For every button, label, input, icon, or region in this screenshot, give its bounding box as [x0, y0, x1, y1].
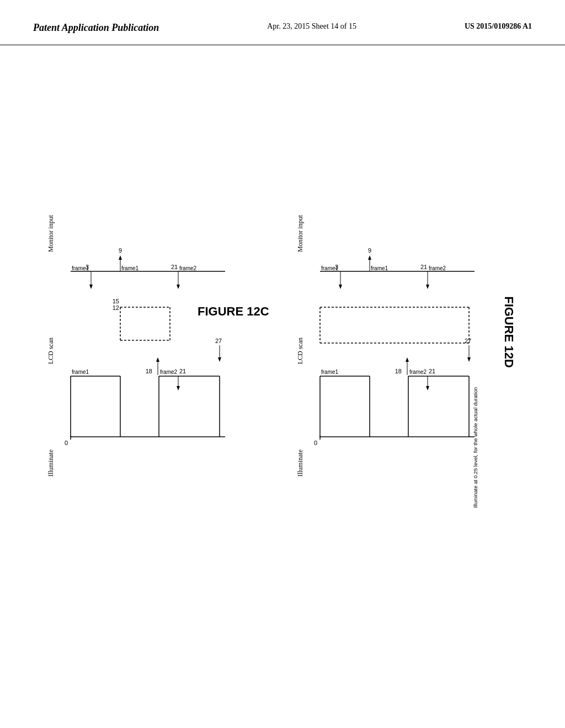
svg-marker-30	[177, 285, 180, 289]
publication-type: Patent Application Publication	[33, 22, 159, 34]
figure-12c-svg: 0 18 frame1 21 frame2 27	[60, 78, 247, 531]
svg-marker-59	[467, 357, 471, 362]
svg-text:21: 21	[420, 264, 427, 270]
svg-text:frame1: frame1	[371, 265, 388, 271]
svg-text:0: 0	[64, 440, 67, 446]
svg-marker-62	[339, 285, 342, 289]
figure-12d-labels: Monitor input LCD scan Illuminate	[296, 172, 305, 531]
svg-text:FIGURE 12C: FIGURE 12C	[198, 304, 269, 318]
figure-12d-container: Monitor input LCD scan Illuminate 0	[296, 78, 519, 531]
label-lcd-scan-12d: LCD scan	[296, 338, 305, 364]
svg-text:frame2: frame2	[179, 265, 197, 271]
svg-text:12: 12	[112, 304, 119, 311]
svg-text:21: 21	[170, 264, 177, 270]
svg-marker-22	[89, 285, 93, 289]
label-monitor-input-12d: Monitor input	[296, 215, 305, 252]
label-illuminate-12c: Illuminate	[47, 449, 55, 477]
svg-marker-55	[426, 386, 429, 390]
figure-12d-svg: 0 18 frame1 21 frame2 27	[309, 78, 519, 531]
svg-text:21: 21	[179, 368, 186, 374]
publication-number: US 2015/0109286 A1	[465, 22, 532, 31]
svg-marker-51	[406, 357, 409, 362]
svg-text:9: 9	[367, 247, 371, 254]
svg-text:21: 21	[429, 368, 435, 374]
figure-12c-labels: Monitor input LCD scan Illuminate	[47, 172, 55, 531]
diagrams-row: Monitor input LCD scan Illuminate	[0, 56, 565, 553]
svg-text:frame1: frame1	[72, 265, 89, 271]
svg-text:FIGURE 12D: FIGURE 12D	[502, 296, 516, 368]
svg-text:15: 15	[112, 298, 119, 304]
svg-text:Illuminate at 0.25 level, for : Illuminate at 0.25 level, for the whole …	[472, 387, 478, 508]
svg-marker-11	[156, 357, 159, 362]
svg-marker-19	[218, 357, 221, 362]
svg-text:18: 18	[395, 368, 401, 374]
svg-text:frame1: frame1	[321, 369, 339, 375]
figure-12c-container: Monitor input LCD scan Illuminate	[47, 78, 247, 531]
publication-date-sheet: Apr. 23, 2015 Sheet 14 of 15	[267, 22, 356, 31]
svg-text:frame1: frame1	[121, 265, 139, 271]
svg-marker-66	[368, 255, 371, 260]
svg-text:frame2: frame2	[429, 265, 446, 271]
svg-marker-26	[119, 255, 122, 260]
svg-text:frame2: frame2	[160, 369, 178, 375]
label-lcd-scan-12c: LCD scan	[47, 338, 55, 364]
svg-text:27: 27	[215, 338, 221, 344]
svg-text:0: 0	[313, 440, 317, 446]
svg-text:9: 9	[118, 247, 121, 254]
svg-marker-15	[177, 386, 180, 390]
page-header: Patent Application Publication Apr. 23, …	[0, 0, 565, 45]
svg-text:18: 18	[145, 368, 152, 374]
svg-text:frame1: frame1	[321, 265, 339, 271]
label-monitor-input-12c: Monitor input	[47, 215, 55, 252]
label-illuminate-12d: Illuminate	[296, 449, 305, 477]
svg-text:frame2: frame2	[409, 369, 427, 375]
svg-marker-70	[426, 285, 429, 289]
svg-text:frame1: frame1	[72, 369, 89, 375]
main-content: Monitor input LCD scan Illuminate	[0, 45, 565, 707]
